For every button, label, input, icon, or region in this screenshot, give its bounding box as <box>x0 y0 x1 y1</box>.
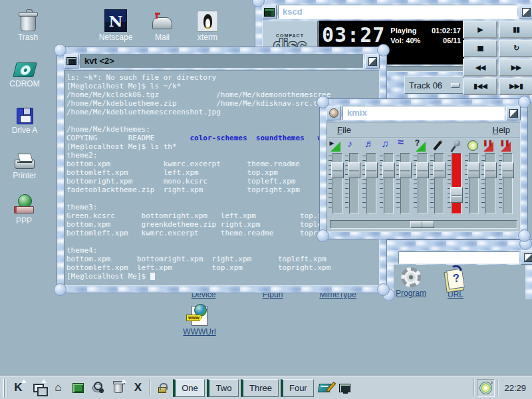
maximize-button[interactable] <box>365 54 380 68</box>
desktop-icon-printer[interactable]: Printer <box>2 145 47 180</box>
bass-slider[interactable] <box>345 153 361 214</box>
desktop-icon-trash[interactable]: Trash <box>5 7 51 42</box>
popup-arrow-icon <box>41 379 47 383</box>
mute-right-slider[interactable] <box>499 153 515 214</box>
desktop-icon-ppp[interactable]: PPP <box>1 190 47 225</box>
printer-icon <box>2 145 47 170</box>
corner-bubble <box>518 96 531 108</box>
mixer-channel-mute-left: ❚❚ <box>481 140 498 219</box>
lock-screen-button[interactable] <box>153 379 171 397</box>
window-list-icon <box>33 384 44 392</box>
slider-handle[interactable] <box>331 162 344 178</box>
slider-handle[interactable] <box>433 162 446 178</box>
desktop-icon-label: URL <box>429 291 482 299</box>
slider-handle[interactable] <box>450 187 463 203</box>
window-list-button[interactable] <box>29 379 47 397</box>
slider-handle[interactable] <box>399 162 412 178</box>
bass-channel-icon: ♪ <box>346 140 360 152</box>
stop-button[interactable]: ■ <box>463 40 497 58</box>
window-menu-button[interactable] <box>327 106 341 120</box>
xkill-button[interactable]: X <box>129 379 147 397</box>
home-folder-button[interactable]: ⌂ <box>49 379 67 397</box>
mute-left-slider[interactable] <box>481 153 497 214</box>
titlebar[interactable]: kmix <box>327 106 521 120</box>
unknown-slider[interactable] <box>414 153 430 214</box>
knotes-book-button[interactable] <box>316 379 334 397</box>
k-menu-button[interactable]: K <box>9 379 27 397</box>
previous-track-button[interactable]: ▮◀◀ <box>463 78 497 96</box>
slider-groove <box>452 153 462 214</box>
fast-forward-button[interactable]: ▶▶ <box>499 59 532 76</box>
panel-grip[interactable] <box>3 379 7 397</box>
mute-left-channel-icon: ❚❚ <box>482 140 497 152</box>
window-menu-button[interactable] <box>262 5 277 19</box>
cd-slider[interactable] <box>465 153 481 214</box>
desktop-icon-url[interactable]: URL <box>429 263 482 299</box>
pause-button[interactable]: ▮▮ <box>499 21 532 39</box>
system-tray <box>477 379 495 397</box>
balance-slider[interactable] <box>330 220 517 229</box>
play-status: Playing <box>390 27 416 35</box>
netscape-icon: N <box>93 7 138 32</box>
maximize-button[interactable] <box>506 106 521 120</box>
synth-channel-icon: ♫ <box>380 140 395 152</box>
desktop-button-four[interactable]: Four <box>281 379 314 397</box>
next-track-button[interactable]: ▶▶▮ <box>499 78 532 96</box>
balance-handle[interactable] <box>410 221 434 228</box>
slider-handle[interactable] <box>501 162 514 178</box>
line-in-slider[interactable] <box>430 153 446 214</box>
mixer-channel-master-volume: ▸ <box>328 140 345 219</box>
maximize-button[interactable] <box>521 250 532 265</box>
desktop-icon-label: Mail <box>140 33 185 42</box>
find-files-button[interactable] <box>89 379 107 397</box>
track-selector[interactable]: Track 06 <box>404 76 464 94</box>
total-time: 01:02:17 <box>432 27 461 35</box>
play-button[interactable]: ▶ <box>463 21 497 39</box>
kvt-terminal-button[interactable] <box>336 379 354 397</box>
desktop-button-two[interactable]: Two <box>207 379 239 397</box>
maximize-button[interactable] <box>519 5 532 19</box>
treble-slider[interactable] <box>362 153 378 214</box>
menu-help[interactable]: Help <box>492 125 510 135</box>
mixer-channel-mute-right: ❚❚ <box>498 140 515 219</box>
recycler-button[interactable] <box>109 379 127 397</box>
desktop-icon-cdrom[interactable]: CDROM <box>2 53 47 88</box>
panel-separator <box>473 379 475 396</box>
titlebar[interactable]: kvt <2> <box>64 54 380 68</box>
window-menu-button[interactable] <box>64 54 78 68</box>
kvt-terminal-icon <box>339 384 350 392</box>
desktop-icon-xterm[interactable]: xterm <box>185 7 230 42</box>
clock: 22:29 <box>501 383 529 393</box>
slider-handle[interactable] <box>365 162 378 178</box>
window-border[interactable] <box>525 265 532 299</box>
desktop-icon-drive-a[interactable]: Drive A <box>2 100 47 135</box>
panel-app-button[interactable] <box>69 379 87 397</box>
rewind-button[interactable]: ◀◀ <box>463 59 497 76</box>
titlebar[interactable]: kscd <box>262 5 532 19</box>
desktop-icon-label: WWWUrl <box>173 328 226 336</box>
desktop-icon-netscape[interactable]: NNetscape <box>93 7 138 42</box>
desktop-button-one[interactable]: One <box>173 379 205 397</box>
desktop-icon-mail[interactable]: Mail <box>140 7 185 42</box>
pcm-slider[interactable] <box>396 153 412 214</box>
kmix-app-icon <box>329 108 338 118</box>
slider-handle[interactable] <box>382 162 395 178</box>
loop-button[interactable]: ↻ <box>499 40 532 58</box>
stop-icon: ■ <box>477 44 483 53</box>
slider-handle[interactable] <box>416 162 429 178</box>
desktop-button-three[interactable]: Three <box>241 379 279 397</box>
microphone-slider[interactable] <box>448 153 464 214</box>
home-folder-icon: ⌂ <box>55 381 61 394</box>
line-in-channel-icon <box>431 140 446 152</box>
synth-slider[interactable] <box>380 153 396 214</box>
kscd-tray-icon[interactable] <box>479 382 492 394</box>
master-volume-slider[interactable] <box>329 153 344 214</box>
desktop-icon-wwwurl[interactable]: WWWWWWUrl <box>173 301 226 336</box>
slider-handle[interactable] <box>348 162 360 178</box>
slider-handle[interactable] <box>484 162 497 178</box>
window-border[interactable] <box>384 239 532 250</box>
menu-file[interactable]: File <box>337 125 351 135</box>
slider-handle[interactable] <box>467 162 480 178</box>
find-files-icon <box>92 382 104 394</box>
corner-bubble <box>317 229 329 242</box>
